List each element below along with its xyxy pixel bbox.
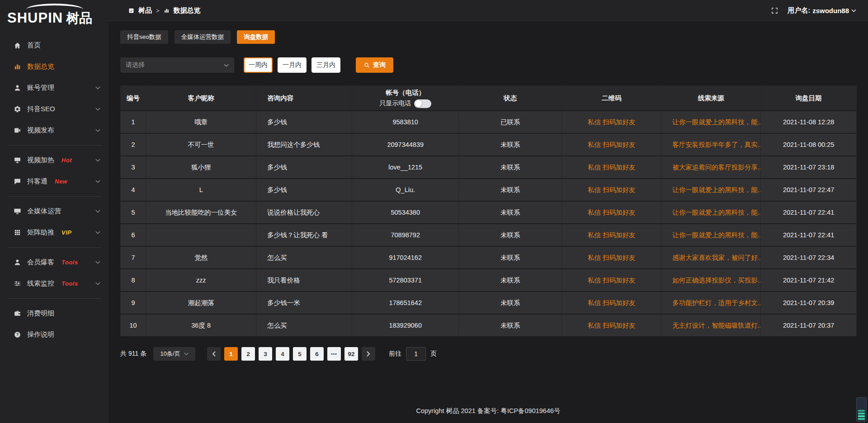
status-badge: 未联系 [459, 202, 562, 224]
page-button-1[interactable]: 1 [224, 347, 238, 361]
tab-douyin-seo-data[interactable]: 抖音seo数据 [120, 30, 168, 44]
qrcode-link[interactable]: 私信 扫码加好友 [588, 141, 636, 148]
chevron-down-icon [95, 180, 100, 183]
topbar: 树品 > 数据总览 用户名: zswodun88 [108, 0, 868, 21]
filter-select[interactable]: 请选择 [120, 57, 234, 73]
sidebar-item-label: 视频发布 [27, 126, 54, 135]
chevron-down-icon [95, 159, 100, 162]
account-phone: 178651642 [352, 292, 459, 315]
inquiry-content: 多少钱 [256, 179, 352, 202]
sidebar-item-consumption-detail[interactable]: 消费明细 [0, 303, 108, 324]
account-phone: 2097344839 [352, 134, 459, 156]
sidebar-item-label: 抖客通 [27, 177, 47, 186]
qrcode-link[interactable]: 私信 扫码加好友 [588, 209, 636, 216]
chevron-down-icon [184, 352, 189, 355]
sidebar-item-home[interactable]: 首页 [0, 35, 108, 56]
sidebar-item-operation-guide[interactable]: ?操作说明 [0, 324, 108, 345]
source-link[interactable]: 让你一眼就爱上的黑科技，能... [672, 231, 761, 239]
qrcode-link[interactable]: 私信 扫码加好友 [588, 118, 636, 126]
query-button[interactable]: 查询 [356, 57, 393, 73]
col-header: 帐号（电话）只显示电话 [352, 85, 459, 111]
qrcode-link[interactable]: 私信 扫码加好友 [588, 186, 636, 193]
inquiry-date: 2021-11-07 22:41 [761, 224, 857, 247]
page-more-button[interactable]: ••• [327, 347, 341, 361]
account-phone: 50534380 [352, 202, 459, 224]
row-index: 10 [120, 315, 146, 337]
sidebar-menu: 首页数据总览账号管理抖音SEO视频发布视频加热Hot抖客通New全媒体运营矩阵助… [0, 29, 108, 345]
sidebar-item-video-heating[interactable]: 视频加热Hot [0, 150, 108, 171]
sidebar-item-badge: Tools [61, 280, 78, 287]
floating-widget[interactable] [856, 397, 867, 422]
sidebar-item-badge: Hot [61, 157, 72, 164]
customer-nickname: 狐小狸 [146, 156, 256, 179]
sidebar-item-label: 会员爆客 [27, 258, 54, 267]
sidebar-item-badge: New [55, 178, 67, 185]
sidebar-item-douyin-seo[interactable]: 抖音SEO [0, 99, 108, 120]
sidebar-item-video-publish[interactable]: 视频发布 [0, 120, 108, 141]
range-three-months[interactable]: 三月内 [311, 57, 340, 73]
inquiry-date: 2021-11-07 21:42 [761, 269, 857, 292]
inquiry-content: 怎么买 [256, 247, 352, 269]
svg-text:?: ? [16, 332, 19, 337]
sidebar-item-account-management[interactable]: 账号管理 [0, 77, 108, 99]
tab-inquiry-data[interactable]: 询盘数据 [237, 30, 275, 44]
breadcrumb-root[interactable]: 树品 [138, 6, 152, 15]
user-dropdown[interactable]: 用户名: zswodun88 [788, 6, 856, 15]
phone-only-toggle[interactable] [414, 99, 431, 108]
user-solid-icon [14, 258, 21, 266]
sidebar-item-omni-media-operation[interactable]: 全媒体运营 [0, 201, 108, 222]
next-page-button[interactable] [362, 347, 375, 361]
page-button-4[interactable]: 4 [276, 347, 289, 361]
account-phone: 183929060 [352, 315, 459, 337]
page-button-6[interactable]: 6 [310, 347, 324, 361]
widget-bar [858, 418, 865, 420]
page-size-select[interactable]: 10条/页 [153, 347, 195, 361]
row-index: 7 [120, 247, 146, 269]
source-link[interactable]: 客厅安装投影半年多了，真实... [672, 141, 761, 148]
status-badge: 未联系 [459, 269, 562, 292]
row-index: 3 [120, 156, 146, 179]
qrcode-link[interactable]: 私信 扫码加好友 [588, 254, 636, 261]
inquiry-content: 说说价格让我死心 [256, 202, 352, 224]
sidebar-item-matrix-boost[interactable]: 矩阵助推VIP [0, 222, 108, 243]
range-one-week[interactable]: 一周内 [244, 57, 273, 73]
qrcode-link[interactable]: 私信 扫码加好友 [588, 322, 636, 329]
source-link[interactable]: 多功能护栏灯，适用于乡村文... [672, 299, 761, 306]
chevron-down-icon [224, 64, 229, 67]
sidebar-item-label: 账号管理 [27, 84, 54, 92]
row-index: 4 [120, 179, 146, 202]
qrcode-link[interactable]: 私信 扫码加好友 [588, 231, 636, 239]
source-link[interactable]: 感谢大家喜欢我家，被问了好... [672, 254, 761, 261]
sidebar-item-data-overview[interactable]: 数据总览 [0, 56, 108, 77]
table-row: 4L多少钱Q_Liu.未联系私信 扫码加好友让你一眼就爱上的黑科技，能...20… [120, 179, 857, 202]
source-link[interactable]: 如何正确选择投影仪，买投影... [672, 277, 761, 284]
inquiry-date: 2021-11-07 23:18 [761, 156, 857, 179]
qrcode-link[interactable]: 私信 扫码加好友 [588, 299, 636, 306]
source-link[interactable]: 让你一眼就爱上的黑科技，能... [672, 209, 761, 216]
total-count: 共 911 条 [120, 350, 146, 358]
goto-page-input[interactable] [406, 347, 426, 361]
tab-omni-media-data[interactable]: 全媒体运营数据 [175, 30, 231, 44]
page-button-2[interactable]: 2 [241, 347, 255, 361]
page-button-5[interactable]: 5 [293, 347, 307, 361]
sidebar-item-label: 线索监控 [27, 279, 54, 288]
fullscreen-icon[interactable] [771, 7, 778, 14]
sidebar-item-douketong[interactable]: 抖客通New [0, 171, 108, 192]
range-one-month[interactable]: 一月内 [278, 57, 307, 73]
source-link[interactable]: 让你一眼就爱上的黑科技，能... [672, 118, 761, 126]
user-icon [14, 84, 21, 92]
prev-page-button[interactable] [207, 347, 221, 361]
sidebar-item-badge: VIP [61, 229, 71, 236]
sidebar-item-member-baoke[interactable]: 会员爆客Tools [0, 252, 108, 273]
source-link[interactable]: 无主灯设计，智能磁吸轨道灯... [672, 322, 761, 329]
qrcode-link[interactable]: 私信 扫码加好友 [588, 277, 636, 284]
table-row: 9潮起潮落多少钱一米178651642未联系私信 扫码加好友多功能护栏灯，适用于… [120, 292, 857, 315]
source-link[interactable]: 让你一眼就爱上的黑科技，能... [672, 186, 761, 193]
source-link[interactable]: 被大家追着问的客厅投影分享... [672, 164, 761, 171]
page-button-3[interactable]: 3 [259, 347, 272, 361]
logo-text-cn: 树品 [66, 9, 92, 28]
status-badge: 未联系 [459, 247, 562, 269]
qrcode-link[interactable]: 私信 扫码加好友 [588, 164, 636, 171]
page-button-92[interactable]: 92 [344, 347, 358, 361]
sidebar-item-clue-monitor[interactable]: 线索监控Tools [0, 273, 108, 294]
